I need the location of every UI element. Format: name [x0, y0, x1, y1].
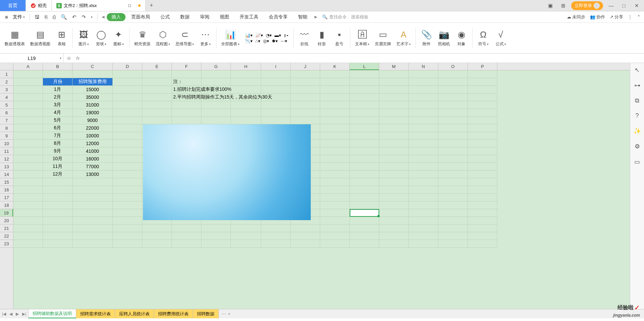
home-tab[interactable]: 首页	[0, 0, 26, 11]
cell[interactable]	[13, 124, 43, 132]
table-button[interactable]: ⊞表格	[54, 28, 70, 48]
cell[interactable]: 9000	[72, 117, 113, 124]
cell[interactable]	[379, 140, 409, 147]
cell[interactable]: 9月	[43, 147, 72, 155]
cell[interactable]	[13, 217, 43, 224]
cell[interactable]: 12月	[43, 171, 72, 178]
row-header-5[interactable]: 5	[0, 101, 13, 109]
camera-button[interactable]: 📷照相机	[436, 28, 452, 48]
cell[interactable]	[43, 178, 72, 186]
cell[interactable]	[113, 70, 142, 78]
cell[interactable]	[43, 240, 72, 248]
cell[interactable]	[291, 224, 320, 232]
cell[interactable]	[13, 209, 43, 217]
cell[interactable]	[409, 217, 438, 224]
cell[interactable]	[409, 101, 438, 109]
combo-chart-icon[interactable]: ⫿▾	[284, 33, 289, 38]
cell[interactable]	[409, 232, 438, 240]
cell[interactable]	[231, 70, 261, 78]
cell[interactable]	[13, 86, 43, 93]
cell[interactable]	[320, 209, 350, 217]
col-header-F[interactable]: F	[172, 63, 201, 70]
cell[interactable]: 77000	[72, 163, 113, 171]
cell[interactable]	[113, 132, 142, 140]
cell[interactable]	[291, 101, 320, 109]
cell[interactable]	[113, 163, 142, 171]
cell[interactable]	[379, 217, 409, 224]
cell[interactable]	[350, 147, 379, 155]
cell[interactable]	[291, 232, 320, 240]
cell[interactable]	[13, 232, 43, 240]
cell[interactable]	[468, 171, 497, 178]
bar-chart2-icon[interactable]: ▬▾	[275, 33, 281, 38]
cell[interactable]	[113, 124, 142, 132]
cell[interactable]	[43, 201, 72, 209]
formula-input[interactable]	[85, 54, 641, 63]
cell[interactable]	[113, 93, 142, 101]
cell[interactable]	[320, 109, 350, 117]
cell[interactable]	[350, 240, 379, 248]
cell[interactable]	[379, 155, 409, 163]
settings-sidebar-icon[interactable]: ⚙	[635, 143, 640, 150]
cell[interactable]	[13, 93, 43, 101]
cell[interactable]	[379, 78, 409, 86]
pivot-table-button[interactable]: ▦数据透视表	[3, 28, 27, 48]
cell[interactable]	[320, 224, 350, 232]
cell[interactable]	[320, 201, 350, 209]
cell[interactable]	[409, 194, 438, 201]
cell[interactable]	[13, 240, 43, 248]
select-all-corner[interactable]	[0, 63, 13, 70]
cell[interactable]	[231, 101, 261, 109]
cell[interactable]	[350, 132, 379, 140]
cell[interactable]: 7月	[43, 132, 72, 140]
col-header-M[interactable]: M	[379, 63, 409, 70]
export-icon[interactable]: ⎘	[43, 14, 50, 20]
cells-area[interactable]: 月份招聘预算费用注：1月150001.招聘计划完成率要求100%2月350002…	[13, 70, 630, 309]
row-header-2[interactable]: 2	[0, 78, 13, 86]
cell[interactable]	[409, 155, 438, 163]
cell[interactable]	[438, 201, 468, 209]
cell[interactable]	[261, 109, 291, 117]
cell[interactable]: 13000	[72, 171, 113, 178]
cell[interactable]: 3月	[43, 101, 72, 109]
cell[interactable]	[409, 93, 438, 101]
cell[interactable]	[409, 186, 438, 194]
cell[interactable]	[113, 224, 142, 232]
cell[interactable]	[468, 186, 497, 194]
cell[interactable]	[320, 171, 350, 178]
cell[interactable]	[201, 232, 231, 240]
cell[interactable]	[468, 78, 497, 86]
cell[interactable]	[468, 240, 497, 248]
cell[interactable]	[291, 70, 320, 78]
options-icon[interactable]: ⋮	[628, 14, 632, 19]
cell[interactable]	[231, 86, 261, 93]
cell[interactable]	[142, 86, 172, 93]
cell[interactable]	[13, 70, 43, 78]
cell[interactable]	[113, 209, 142, 217]
scatter-chart-icon[interactable]: ∴▾	[255, 39, 260, 44]
cell[interactable]	[438, 117, 468, 124]
cell[interactable]	[13, 186, 43, 194]
area-chart-icon[interactable]: 📉▾	[245, 39, 253, 44]
row-header-6[interactable]: 6	[0, 109, 13, 117]
sheet-tab-4[interactable]: 招聘数据	[193, 309, 219, 318]
cell[interactable]	[409, 132, 438, 140]
donut-chart-icon[interactable]: ◎▾	[263, 39, 269, 44]
row-header-16[interactable]: 16	[0, 186, 13, 194]
col-header-P[interactable]: P	[468, 63, 497, 70]
menu-tab-layout[interactable]: 页面布局	[127, 14, 155, 20]
cell[interactable]	[379, 124, 409, 132]
cell[interactable]	[320, 93, 350, 101]
nav-left-icon[interactable]: ◀	[100, 15, 106, 19]
menu-tab-review[interactable]: 审阅	[195, 14, 214, 20]
cell[interactable]	[261, 93, 291, 101]
cell[interactable]	[320, 194, 350, 201]
cell[interactable]	[113, 171, 142, 178]
cell[interactable]	[438, 163, 468, 171]
radar-chart-icon[interactable]: ✱▾	[272, 39, 278, 44]
cell[interactable]	[291, 86, 320, 93]
cell[interactable]	[201, 86, 231, 93]
cell[interactable]	[142, 70, 172, 78]
cell[interactable]	[350, 78, 379, 86]
cell[interactable]	[409, 240, 438, 248]
